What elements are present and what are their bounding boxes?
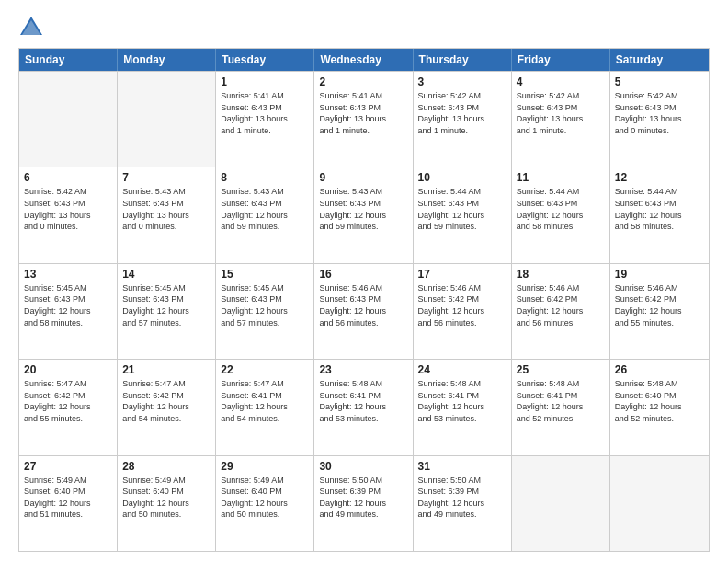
- day-info: Sunrise: 5:45 AM Sunset: 6:43 PM Dayligh…: [221, 282, 309, 328]
- calendar-cell: 13Sunrise: 5:45 AM Sunset: 6:43 PM Dayli…: [19, 264, 118, 359]
- calendar-body: 1Sunrise: 5:41 AM Sunset: 6:43 PM Daylig…: [19, 71, 709, 551]
- day-info: Sunrise: 5:50 AM Sunset: 6:39 PM Dayligh…: [418, 475, 506, 521]
- day-number: 18: [517, 268, 605, 281]
- calendar-cell: [118, 72, 216, 167]
- day-number: 31: [418, 460, 506, 473]
- calendar-cell: 23Sunrise: 5:48 AM Sunset: 6:41 PM Dayli…: [314, 360, 413, 454]
- day-number: 27: [24, 460, 112, 473]
- day-number: 5: [615, 75, 704, 88]
- calendar-cell: [610, 456, 709, 551]
- day-number: 15: [221, 268, 309, 281]
- logo-icon: [18, 15, 44, 40]
- day-number: 19: [615, 268, 704, 281]
- logo: [18, 15, 48, 40]
- weekday-header: Thursday: [414, 49, 512, 71]
- day-info: Sunrise: 5:47 AM Sunset: 6:42 PM Dayligh…: [122, 378, 210, 424]
- day-info: Sunrise: 5:41 AM Sunset: 6:43 PM Dayligh…: [319, 90, 407, 136]
- day-number: 7: [122, 171, 210, 184]
- calendar-cell: 31Sunrise: 5:50 AM Sunset: 6:39 PM Dayli…: [414, 456, 512, 551]
- calendar-cell: 14Sunrise: 5:45 AM Sunset: 6:43 PM Dayli…: [118, 264, 216, 359]
- day-info: Sunrise: 5:45 AM Sunset: 6:43 PM Dayligh…: [24, 282, 112, 328]
- calendar-cell: 26Sunrise: 5:48 AM Sunset: 6:40 PM Dayli…: [610, 360, 709, 454]
- day-number: 23: [319, 363, 407, 376]
- day-info: Sunrise: 5:49 AM Sunset: 6:40 PM Dayligh…: [221, 475, 309, 521]
- day-info: Sunrise: 5:44 AM Sunset: 6:43 PM Dayligh…: [418, 186, 506, 232]
- calendar-cell: 15Sunrise: 5:45 AM Sunset: 6:43 PM Dayli…: [216, 264, 314, 359]
- calendar-cell: 29Sunrise: 5:49 AM Sunset: 6:40 PM Dayli…: [216, 456, 314, 551]
- calendar-cell: 10Sunrise: 5:44 AM Sunset: 6:43 PM Dayli…: [414, 167, 512, 262]
- day-number: 9: [319, 171, 407, 184]
- calendar-cell: 16Sunrise: 5:46 AM Sunset: 6:43 PM Dayli…: [314, 264, 413, 359]
- weekday-header: Tuesday: [216, 49, 314, 71]
- day-info: Sunrise: 5:43 AM Sunset: 6:43 PM Dayligh…: [122, 186, 210, 232]
- calendar-row: 6Sunrise: 5:42 AM Sunset: 6:43 PM Daylig…: [19, 167, 709, 262]
- day-info: Sunrise: 5:44 AM Sunset: 6:43 PM Dayligh…: [615, 186, 704, 232]
- day-info: Sunrise: 5:42 AM Sunset: 6:43 PM Dayligh…: [24, 186, 112, 232]
- day-info: Sunrise: 5:49 AM Sunset: 6:40 PM Dayligh…: [122, 475, 210, 521]
- calendar-cell: 28Sunrise: 5:49 AM Sunset: 6:40 PM Dayli…: [118, 456, 216, 551]
- day-info: Sunrise: 5:48 AM Sunset: 6:41 PM Dayligh…: [517, 378, 605, 424]
- day-number: 11: [517, 171, 605, 184]
- day-number: 12: [615, 171, 704, 184]
- calendar-cell: 17Sunrise: 5:46 AM Sunset: 6:42 PM Dayli…: [414, 264, 512, 359]
- calendar-cell: 11Sunrise: 5:44 AM Sunset: 6:43 PM Dayli…: [512, 167, 610, 262]
- calendar-row: 27Sunrise: 5:49 AM Sunset: 6:40 PM Dayli…: [19, 455, 709, 551]
- calendar-cell: 8Sunrise: 5:43 AM Sunset: 6:43 PM Daylig…: [216, 167, 314, 262]
- calendar-cell: 21Sunrise: 5:47 AM Sunset: 6:42 PM Dayli…: [118, 360, 216, 454]
- day-info: Sunrise: 5:46 AM Sunset: 6:43 PM Dayligh…: [319, 282, 407, 328]
- weekday-header: Monday: [118, 49, 216, 71]
- calendar-cell: 27Sunrise: 5:49 AM Sunset: 6:40 PM Dayli…: [19, 456, 118, 551]
- calendar: SundayMondayTuesdayWednesdayThursdayFrid…: [18, 48, 710, 552]
- day-number: 13: [24, 268, 112, 281]
- calendar-cell: 3Sunrise: 5:42 AM Sunset: 6:43 PM Daylig…: [414, 72, 512, 167]
- day-info: Sunrise: 5:47 AM Sunset: 6:41 PM Dayligh…: [221, 378, 309, 424]
- day-number: 30: [319, 460, 407, 473]
- weekday-header: Sunday: [19, 49, 118, 71]
- calendar-cell: 5Sunrise: 5:42 AM Sunset: 6:43 PM Daylig…: [610, 72, 709, 167]
- calendar-cell: 7Sunrise: 5:43 AM Sunset: 6:43 PM Daylig…: [118, 167, 216, 262]
- day-info: Sunrise: 5:46 AM Sunset: 6:42 PM Dayligh…: [615, 282, 704, 328]
- header: [18, 15, 710, 40]
- day-number: 20: [24, 363, 112, 376]
- day-number: 2: [319, 75, 407, 88]
- day-info: Sunrise: 5:42 AM Sunset: 6:43 PM Dayligh…: [418, 90, 506, 136]
- day-number: 22: [221, 363, 309, 376]
- day-number: 17: [418, 268, 506, 281]
- day-number: 26: [615, 363, 704, 376]
- page: SundayMondayTuesdayWednesdayThursdayFrid…: [0, 0, 728, 563]
- calendar-cell: 4Sunrise: 5:42 AM Sunset: 6:43 PM Daylig…: [512, 72, 610, 167]
- day-number: 28: [122, 460, 210, 473]
- day-info: Sunrise: 5:48 AM Sunset: 6:40 PM Dayligh…: [615, 378, 704, 424]
- calendar-cell: 19Sunrise: 5:46 AM Sunset: 6:42 PM Dayli…: [610, 264, 709, 359]
- calendar-cell: 9Sunrise: 5:43 AM Sunset: 6:43 PM Daylig…: [314, 167, 413, 262]
- calendar-cell: [19, 72, 118, 167]
- calendar-cell: 6Sunrise: 5:42 AM Sunset: 6:43 PM Daylig…: [19, 167, 118, 262]
- day-info: Sunrise: 5:46 AM Sunset: 6:42 PM Dayligh…: [418, 282, 506, 328]
- day-info: Sunrise: 5:43 AM Sunset: 6:43 PM Dayligh…: [221, 186, 309, 232]
- day-number: 1: [221, 75, 309, 88]
- calendar-cell: 22Sunrise: 5:47 AM Sunset: 6:41 PM Dayli…: [216, 360, 314, 454]
- day-info: Sunrise: 5:50 AM Sunset: 6:39 PM Dayligh…: [319, 475, 407, 521]
- day-number: 4: [517, 75, 605, 88]
- calendar-header: SundayMondayTuesdayWednesdayThursdayFrid…: [19, 49, 709, 71]
- calendar-row: 1Sunrise: 5:41 AM Sunset: 6:43 PM Daylig…: [19, 71, 709, 167]
- day-number: 3: [418, 75, 506, 88]
- calendar-cell: 20Sunrise: 5:47 AM Sunset: 6:42 PM Dayli…: [19, 360, 118, 454]
- day-number: 8: [221, 171, 309, 184]
- day-info: Sunrise: 5:45 AM Sunset: 6:43 PM Dayligh…: [122, 282, 210, 328]
- weekday-header: Wednesday: [314, 49, 413, 71]
- calendar-row: 13Sunrise: 5:45 AM Sunset: 6:43 PM Dayli…: [19, 263, 709, 359]
- day-number: 16: [319, 268, 407, 281]
- day-number: 10: [418, 171, 506, 184]
- calendar-cell: 12Sunrise: 5:44 AM Sunset: 6:43 PM Dayli…: [610, 167, 709, 262]
- day-info: Sunrise: 5:42 AM Sunset: 6:43 PM Dayligh…: [615, 90, 704, 136]
- day-number: 21: [122, 363, 210, 376]
- day-number: 14: [122, 268, 210, 281]
- day-info: Sunrise: 5:48 AM Sunset: 6:41 PM Dayligh…: [418, 378, 506, 424]
- weekday-header: Friday: [512, 49, 610, 71]
- calendar-cell: 30Sunrise: 5:50 AM Sunset: 6:39 PM Dayli…: [314, 456, 413, 551]
- day-number: 6: [24, 171, 112, 184]
- day-info: Sunrise: 5:47 AM Sunset: 6:42 PM Dayligh…: [24, 378, 112, 424]
- day-number: 29: [221, 460, 309, 473]
- day-number: 25: [517, 363, 605, 376]
